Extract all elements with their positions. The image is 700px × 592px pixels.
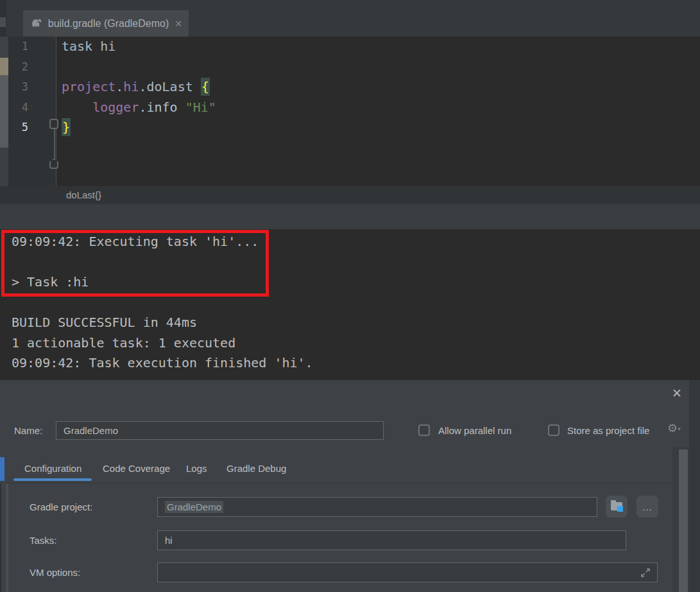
tasks-label: Tasks: xyxy=(30,530,57,550)
scrollbar-thumb[interactable] xyxy=(679,449,688,592)
tab-gradle-debug[interactable]: Gradle Debug xyxy=(226,460,286,478)
gradle-project-label: Gradle project: xyxy=(30,497,92,517)
name-value: GradleDemo xyxy=(64,425,118,436)
line-number: 3 xyxy=(13,77,28,98)
choose-gradle-project-button[interactable] xyxy=(606,496,627,518)
tab-close-icon[interactable]: ✕ xyxy=(175,19,182,29)
line-number: 4 xyxy=(13,98,28,118)
panel-left-edge xyxy=(0,483,1,592)
line-number: 5 xyxy=(13,118,28,138)
store-as-project-file-label: Store as project file xyxy=(567,421,649,440)
panel-splitter[interactable] xyxy=(6,483,8,592)
tasks-value: hi xyxy=(165,535,173,546)
tool-window-stripe-notch xyxy=(0,17,6,27)
left-strip-segment xyxy=(0,58,8,75)
tab-logs[interactable]: Logs xyxy=(186,460,207,478)
code-line: } xyxy=(56,118,700,138)
store-as-project-file-checkbox[interactable] xyxy=(548,424,559,436)
browse-button[interactable]: ... xyxy=(636,496,658,518)
selection-strip xyxy=(0,457,4,481)
expand-field-icon[interactable] xyxy=(639,566,652,579)
vm-options-input[interactable] xyxy=(157,562,658,582)
annotation-box-console xyxy=(1,230,269,297)
gutter-numbers: 12345 xyxy=(8,37,56,186)
run-config-dialog: ✕ Name: GradleDemo Allow parallel run St… xyxy=(0,380,700,592)
dialog-right-edge xyxy=(689,380,700,592)
allow-parallel-run-checkbox[interactable] xyxy=(418,424,430,436)
tab-configuration[interactable]: Configuration xyxy=(24,460,81,478)
fold-start-icon[interactable] xyxy=(49,119,58,129)
vm-options-label: VM options: xyxy=(30,562,80,582)
tab-code-coverage[interactable]: Code Coverage xyxy=(103,460,170,478)
breadcrumb-item[interactable]: doLast{} xyxy=(66,186,101,204)
active-tab-underline xyxy=(13,478,92,481)
code-line: task hi xyxy=(56,37,700,57)
code-line xyxy=(56,57,700,78)
left-strip-segment xyxy=(0,148,8,186)
gear-icon[interactable]: ⚙▾ xyxy=(667,422,681,435)
pane-divider[interactable] xyxy=(0,204,700,229)
left-strip-segment xyxy=(0,37,8,58)
code-line: logger.info "Hi" xyxy=(56,98,700,118)
editor-pane: build.gradle (GradleDemo) ✕ 12345 task h… xyxy=(0,0,700,204)
code-line: project.hi.doLast { xyxy=(56,77,700,98)
console-line: 1 actionable task: 1 executed xyxy=(12,333,700,354)
tabs-content-divider xyxy=(0,483,700,483)
tab-title: build.gradle (GradleDemo) xyxy=(48,18,169,30)
editor-tab-bar: build.gradle (GradleDemo) ✕ xyxy=(0,0,700,37)
gradle-project-value: GradleDemo xyxy=(165,501,223,513)
line-number: 2 xyxy=(13,57,28,78)
name-input[interactable]: GradleDemo xyxy=(56,421,384,440)
left-strip-scrollbar[interactable] xyxy=(0,75,8,148)
folder-icon xyxy=(611,502,622,511)
editor-body: 12345 task hiproject.hi.doLast { logger.… xyxy=(0,37,700,186)
run-console-pane: 09:09:42: Executing task 'hi'... > Task … xyxy=(0,229,700,380)
console-line: BUILD SUCCESSFUL in 44ms xyxy=(12,313,700,333)
gradle-elephant-icon xyxy=(30,18,42,29)
dialog-close-icon[interactable]: ✕ xyxy=(669,385,685,402)
ide-window: build.gradle (GradleDemo) ✕ 12345 task h… xyxy=(0,0,700,592)
breadcrumb-bar: doLast{} xyxy=(0,186,700,204)
tasks-input[interactable]: hi xyxy=(157,530,626,550)
gradle-project-input[interactable]: GradleDemo xyxy=(157,497,597,517)
allow-parallel-run-label: Allow parallel run xyxy=(438,421,511,440)
console-line: 09:09:42: Task execution finished 'hi'. xyxy=(12,353,700,374)
editor-tab-build-gradle[interactable]: build.gradle (GradleDemo) ✕ xyxy=(23,10,189,37)
name-label: Name: xyxy=(14,421,42,440)
line-number: 1 xyxy=(13,37,28,57)
code-lines: task hiproject.hi.doLast { logger.info "… xyxy=(56,37,700,138)
